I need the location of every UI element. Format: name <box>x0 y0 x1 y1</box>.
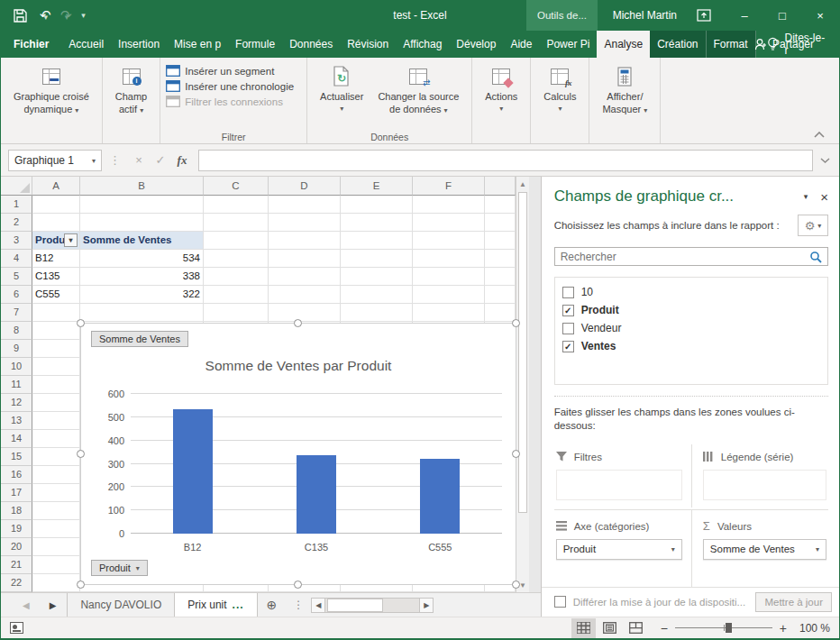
zoom-in-icon[interactable]: + <box>780 621 787 635</box>
cell-C5[interactable] <box>204 268 269 286</box>
zoom-slider-thumb[interactable] <box>726 623 732 633</box>
pivot-chart[interactable]: Somme de Ventes Somme de Ventes par Prod… <box>80 323 516 585</box>
axis-zone[interactable]: Axe (catégories) Produit ▾ <box>554 509 691 587</box>
ribbon-tab-aide[interactable]: Aide <box>503 31 539 58</box>
cell-D1[interactable] <box>269 196 341 214</box>
cell-E2[interactable] <box>341 214 413 232</box>
row-header-13[interactable]: 13 <box>1 412 32 430</box>
cell-F5[interactable] <box>413 268 485 286</box>
cell-A13[interactable] <box>32 412 80 430</box>
row-header-9[interactable]: 9 <box>1 340 32 358</box>
cell-x2[interactable] <box>485 214 516 232</box>
chart-axis-field-button[interactable]: Produit ▾ <box>91 560 148 576</box>
minimize-button[interactable]: – <box>726 0 763 31</box>
row-header-7[interactable]: 7 <box>1 304 32 322</box>
ribbon-tab-affichag[interactable]: Affichag <box>396 31 449 58</box>
values-field-pill[interactable]: Somme de Ventes ▾ <box>703 539 826 560</box>
cell-A9[interactable] <box>32 340 80 358</box>
autofilter-icon[interactable]: ▾ <box>64 233 78 247</box>
insert-function-icon[interactable]: fx <box>171 150 193 171</box>
cell-C4[interactable] <box>204 250 269 268</box>
row-header-20[interactable]: 20 <box>1 538 32 556</box>
row-header-16[interactable]: 16 <box>1 466 32 484</box>
cell-A19[interactable] <box>32 520 80 538</box>
row-header-5[interactable]: 5 <box>1 268 32 286</box>
ribbon-tab-fichier[interactable]: Fichier <box>1 31 61 58</box>
axis-field-pill[interactable]: Produit ▾ <box>556 539 682 560</box>
unchecked-checkbox[interactable] <box>562 323 574 334</box>
cell-C3[interactable] <box>204 232 269 250</box>
row-header-19[interactable]: 19 <box>1 520 32 538</box>
row-header-14[interactable]: 14 <box>1 430 32 448</box>
cell-A5[interactable]: C135 <box>32 268 80 286</box>
undo-caret-icon[interactable]: ▾ <box>44 13 49 22</box>
tools-button[interactable]: ⚙ ▾ <box>798 215 828 236</box>
select-all-corner[interactable] <box>1 177 32 196</box>
collapse-ribbon-icon[interactable] <box>814 132 825 138</box>
row-header-2[interactable]: 2 <box>1 214 32 232</box>
sheet-tab-prix-unit[interactable]: Prix unit... <box>174 593 257 617</box>
chart-handle[interactable] <box>77 581 85 589</box>
cell-x7[interactable] <box>485 304 516 322</box>
bar-C135[interactable] <box>297 455 336 534</box>
cell-A11[interactable] <box>32 376 80 394</box>
refresh-button[interactable]: ↻ Actualiser ▾ <box>313 61 370 117</box>
row-header-4[interactable]: 4 <box>1 250 32 268</box>
cell-E4[interactable] <box>341 250 413 268</box>
cell-A17[interactable] <box>32 484 80 502</box>
maximize-button[interactable]: □ <box>763 0 801 31</box>
ribbon-item-ins-rer-une-chronologie[interactable]: Insérer une chronologie <box>166 80 294 92</box>
sheet-nav-right-icon[interactable]: ▶ <box>50 600 57 610</box>
row-header-21[interactable]: 21 <box>1 556 32 574</box>
cell-F4[interactable] <box>413 250 485 268</box>
field-row-ventes[interactable]: ✓Ventes <box>562 337 820 355</box>
save-icon[interactable] <box>14 9 27 23</box>
cell-B3[interactable]: Somme de Ventes <box>80 232 204 250</box>
cell-A18[interactable] <box>32 502 80 520</box>
cell-B5[interactable]: 338 <box>80 268 204 286</box>
row-header-6[interactable]: 6 <box>1 286 32 304</box>
cell-C2[interactable] <box>204 214 269 232</box>
vertical-scroll-thumb[interactable] <box>518 192 527 513</box>
cell-A15[interactable] <box>32 448 80 466</box>
ribbon-tab-r-vision[interactable]: Révision <box>340 31 396 58</box>
bar-C555[interactable] <box>420 459 460 534</box>
filters-zone[interactable]: Filtres <box>554 444 691 507</box>
ribbon-tab-insertion[interactable]: Insertion <box>111 31 167 58</box>
row-header-8[interactable]: 8 <box>1 322 32 340</box>
page-layout-view-icon[interactable] <box>598 618 622 638</box>
column-header-D[interactable]: D <box>269 177 341 196</box>
horizontal-scroll-thumb[interactable] <box>327 599 383 612</box>
field-search-box[interactable] <box>554 247 828 266</box>
cell-B6[interactable]: 322 <box>80 286 204 304</box>
cell-A2[interactable] <box>32 214 80 232</box>
search-icon[interactable] <box>809 251 822 263</box>
scroll-left-icon[interactable]: ◀ <box>311 598 325 613</box>
chart-value-field-button[interactable]: Somme de Ventes <box>91 331 188 347</box>
row-header-15[interactable]: 15 <box>1 448 32 466</box>
ribbon-tab-donn-es[interactable]: Données <box>282 31 340 58</box>
cell-A20[interactable] <box>32 538 80 556</box>
cell-E6[interactable] <box>341 286 413 304</box>
cell-A10[interactable] <box>32 358 80 376</box>
close-button[interactable]: × <box>801 0 839 31</box>
scroll-up-icon[interactable]: ▲ <box>516 177 529 191</box>
chart-handle[interactable] <box>77 319 85 327</box>
column-header-A[interactable]: A <box>32 177 80 196</box>
sheet-tab-nancy-davolio[interactable]: Nancy DAVOLIO <box>67 593 174 617</box>
search-input[interactable] <box>561 251 809 263</box>
field-row-vendeur[interactable]: Vendeur <box>562 319 820 337</box>
cell-F3[interactable] <box>413 232 485 250</box>
cell-x1[interactable] <box>485 196 516 214</box>
column-header-F[interactable]: F <box>413 177 485 196</box>
cell-A12[interactable] <box>32 394 80 412</box>
cell-E5[interactable] <box>341 268 413 286</box>
page-break-view-icon[interactable] <box>624 618 648 638</box>
vertical-scrollbar[interactable]: ▲ ▼ <box>516 177 529 592</box>
checked-checkbox[interactable]: ✓ <box>562 305 574 316</box>
cell-x4[interactable] <box>485 250 516 268</box>
legend-zone[interactable]: Légende (série) <box>691 444 828 507</box>
show-hide-button[interactable]: Afficher/ Masquer ▾ <box>595 61 654 120</box>
column-header-B[interactable]: B <box>80 177 204 196</box>
cell-C7[interactable] <box>204 304 269 322</box>
